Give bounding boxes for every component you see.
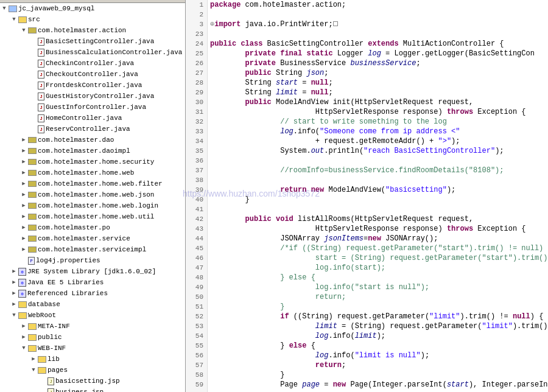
tree-item-pkg-service[interactable]: ▶com.hotelmaster.service: [0, 233, 185, 244]
folder-icon: [18, 312, 27, 319]
file-tree: ▼jc_javaweb_09_mysql▼src▼com.hotelmaster…: [0, 0, 186, 392]
line-number: 3: [189, 19, 203, 29]
tree-item-label: WebRoot: [28, 310, 56, 320]
tree-item-GuestInforController[interactable]: JGuestInforController.java: [0, 102, 185, 113]
folder-icon: [28, 345, 37, 352]
tree-item-label: log4j.properties: [36, 256, 100, 265]
folder-icon: [38, 356, 46, 363]
spacer: [29, 80, 38, 90]
line-number: 52: [189, 312, 203, 321]
tree-item-jre[interactable]: ▶⚙JRE System Library [jdk1.6.0_02]: [0, 266, 185, 277]
tree-item-public[interactable]: ▶public: [0, 332, 185, 343]
package-icon: [28, 159, 37, 165]
code-area[interactable]: 1232324252627282930313233343536373839404…: [186, 0, 548, 392]
tree-item-label: public: [38, 332, 62, 342]
tree-item-lib[interactable]: ▶lib: [0, 354, 185, 365]
code-line: limit = (String) request.getParameter("l…: [210, 321, 546, 331]
project-icon: [9, 5, 17, 12]
tree-item-HomeController[interactable]: JHomeController.java: [0, 113, 185, 124]
tree-item-webroot[interactable]: ▼WebRoot: [0, 310, 185, 321]
code-line: //roomInfo=businessService.findRoomDetai…: [210, 166, 546, 175]
code-line: [210, 175, 546, 185]
line-number: 32: [189, 117, 203, 127]
line-number: 35: [189, 146, 203, 156]
code-line: } else {: [210, 273, 546, 282]
tree-item-ReservController[interactable]: JReservController.java: [0, 124, 185, 135]
tree-item-reflibs[interactable]: ▶⚙Referenced Libraries: [0, 288, 185, 299]
tree-item-label: com.hotelmaster.home.web: [38, 168, 134, 178]
expand-icon: ▶: [19, 212, 28, 222]
code-line: JSONArray jsonItems=new JSONArray();: [210, 234, 546, 243]
tree-item-pkg-home-web[interactable]: ▶com.hotelmaster.home.web: [0, 167, 185, 178]
line-number: 34: [189, 136, 203, 146]
tree-item-pkg-action[interactable]: ▼com.hotelmaster.action: [0, 25, 185, 36]
tree-item-label: business.jsp: [55, 387, 104, 392]
tree-item-src[interactable]: ▼src: [0, 14, 185, 25]
tree-item-metainf[interactable]: ▶META-INF: [0, 321, 185, 332]
tree-item-pkg-home-security[interactable]: ▶com.hotelmaster.home.security: [0, 156, 185, 167]
tree-item-pkg-dao[interactable]: ▶com.hotelmaster.dao: [0, 135, 185, 145]
tree-item-pages[interactable]: ▼pages: [0, 365, 185, 376]
tree-item-log4j[interactable]: Plog4j.properties: [0, 255, 185, 266]
package-icon: [28, 181, 37, 187]
code-line: System.out.println("reach BasicSettingCo…: [210, 146, 546, 156]
expand-icon: ▶: [19, 168, 28, 178]
code-line: HttpServletResponse response) throws Exc…: [210, 224, 546, 234]
expand-icon: ▶: [19, 157, 28, 167]
tree-item-label: Referenced Libraries: [27, 289, 108, 298]
tree-item-pkg-home-web-util[interactable]: ▶com.hotelmaster.home.web.util: [0, 211, 185, 222]
tree-item-javaee[interactable]: ▶⚙Java EE 5 Libraries: [0, 277, 185, 288]
tree-item-pkg-daoimpl[interactable]: ▶com.hotelmaster.daoimpl: [0, 145, 185, 156]
tree-item-CheckinController[interactable]: JCheckinController.java: [0, 58, 185, 69]
tree-item-pkg-po[interactable]: ▶com.hotelmaster.po: [0, 222, 185, 233]
tree-item-database[interactable]: ▶database: [0, 299, 185, 310]
tree-item-label: BusinessCalculationController.java: [46, 47, 182, 57]
tree-item-BusinessCalculationController[interactable]: JBusinessCalculationController.java: [0, 47, 185, 58]
tree-item-CheckoutController[interactable]: JCheckoutController.java: [0, 69, 185, 80]
expand-icon: ▼: [0, 4, 9, 13]
tree-item-pkg-serviceimpl[interactable]: ▶com.hotelmaster.serviceimpl: [0, 244, 185, 255]
line-number: 51: [189, 302, 203, 312]
line-number: 24: [189, 39, 203, 49]
spacer: [29, 102, 38, 112]
folder-icon: [28, 323, 37, 330]
expand-icon: ▶: [19, 135, 28, 145]
code-line: [210, 156, 546, 166]
tree-item-basicsetting[interactable]: Jbasicsetting.jsp: [0, 376, 185, 387]
tree-item-label: com.hotelmaster.daoimpl: [38, 146, 130, 156]
line-number: 28: [189, 78, 203, 88]
line-number: 38: [189, 175, 203, 185]
tree-item-webinf[interactable]: ▼WEB-INF: [0, 343, 185, 354]
line-number: 40: [189, 195, 203, 205]
line-number: 41: [189, 205, 203, 214]
code-line: log.info(start);: [210, 263, 546, 273]
expand-icon: ▼: [10, 15, 18, 24]
tree-item-business[interactable]: Jbusiness.jsp: [0, 387, 185, 392]
java-icon: J: [38, 93, 44, 100]
tree-item-pkg-home-web-filter[interactable]: ▶com.hotelmaster.home.web.filter: [0, 178, 185, 189]
tree-item-pkg-home-web-login[interactable]: ▶com.hotelmaster.home.web.login: [0, 200, 185, 211]
tree-item-root[interactable]: ▼jc_javaweb_09_mysql: [0, 3, 185, 14]
spacer: [39, 387, 47, 392]
folder-icon: [28, 334, 37, 341]
code-line: private final static Logger log = Logger…: [210, 49, 546, 58]
line-number: 39: [189, 185, 203, 195]
spacer: [29, 124, 38, 134]
tree-item-FrontdeskController[interactable]: JFrontdeskController.java: [0, 80, 185, 91]
line-number: 46: [189, 253, 203, 263]
tree-item-label: CheckoutController.java: [46, 69, 138, 79]
code-line: /*if ((String) request.getParameter("sta…: [210, 243, 546, 253]
expand-icon: ▼: [19, 26, 28, 35]
expand-icon: ▶: [10, 278, 18, 287]
line-number: 36: [189, 156, 203, 166]
line-number: 49: [189, 282, 203, 292]
tree-item-GuestHistoryController[interactable]: JGuestHistoryController.java: [0, 91, 185, 102]
tree-item-BasicSettingController[interactable]: JBasicSettingController.java: [0, 36, 185, 47]
tree-item-pkg-home-web-json[interactable]: ▶com.hotelmaster.home.web.json: [0, 189, 185, 200]
expand-icon: ▶: [19, 223, 28, 233]
line-number: 2: [189, 10, 203, 19]
package-icon: [28, 170, 37, 176]
code-line: package com.hotelmaster.action;: [210, 0, 546, 10]
line-number: 25: [189, 49, 203, 58]
line-number: 31: [189, 107, 203, 117]
